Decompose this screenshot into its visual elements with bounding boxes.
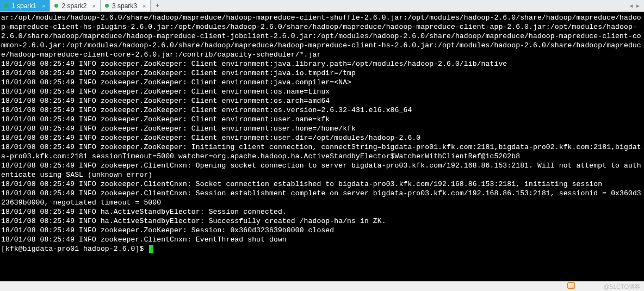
connection-status-icon [105, 4, 109, 8]
shell-prompt[interactable]: [kfk@bigdata-pro01 hadoop-2.6.0]$ [1, 244, 644, 253]
terminal-tab[interactable]: 2 spark2× [50, 0, 100, 11]
log-line: 18/01/08 08:25:49 INFO zookeeper.ZooKeep… [1, 143, 644, 161]
tab-add-button[interactable]: + [151, 0, 164, 11]
log-line: ar:/opt/modules/hadoop-2.6.0/share/hadoo… [1, 13, 644, 59]
log-line: 18/01/08 08:25:49 INFO zookeeper.ClientC… [1, 179, 644, 189]
log-line: 18/01/08 08:25:49 INFO zookeeper.ZooKeep… [1, 87, 644, 96]
tab-label: 2 spark2 [61, 2, 86, 10]
log-line: 18/01/08 08:25:49 INFO zookeeper.ZooKeep… [1, 78, 644, 87]
terminal-output[interactable]: ar:/opt/modules/hadoop-2.6.0/share/hadoo… [0, 12, 644, 281]
log-line: 18/01/08 08:25:49 INFO zookeeper.ZooKeep… [1, 96, 644, 106]
close-icon[interactable]: × [42, 3, 45, 9]
log-line: 18/01/08 08:25:49 INFO zookeeper.ZooKeep… [1, 133, 644, 143]
tab-label: 1 spark1 [11, 2, 36, 10]
terminal-tab[interactable]: 3 spark3× [101, 0, 151, 11]
log-line: 18/01/08 08:25:49 INFO zookeeper.ZooKeep… [1, 124, 644, 133]
tab-label: 3 spark3 [112, 2, 137, 10]
connection-status-icon [54, 4, 58, 8]
log-line: 18/01/08 08:25:49 INFO zookeeper.ZooKeep… [1, 115, 644, 124]
log-line: 18/01/08 08:25:49 INFO zookeeper.ZooKeep… [1, 226, 644, 235]
tab-spacer [164, 0, 625, 11]
close-icon[interactable]: × [92, 3, 96, 9]
prompt-text: [kfk@bigdata-pro01 hadoop-2.6.0]$ [1, 245, 148, 253]
log-line: 18/01/08 08:25:49 INFO zookeeper.ZooKeep… [1, 69, 644, 78]
log-line: 18/01/08 08:25:49 INFO zookeeper.ZooKeep… [1, 59, 644, 69]
log-line: 18/01/08 08:25:49 INFO ha.ActiveStandbyE… [1, 207, 644, 216]
connection-status-icon [4, 4, 8, 8]
cursor-icon [149, 245, 153, 253]
status-bar: @51CTO博客 [0, 281, 644, 291]
tab-nav-arrows[interactable]: ◄ ► [625, 0, 644, 11]
close-icon[interactable]: × [143, 3, 146, 9]
status-icon [567, 282, 575, 289]
terminal-tab[interactable]: 1 spark1× [0, 0, 50, 11]
log-line: 18/01/08 08:25:49 INFO zookeeper.ClientC… [1, 189, 644, 207]
log-line: 18/01/08 08:25:49 INFO zookeeper.ClientC… [1, 161, 644, 179]
status-right: @51CTO博客 [567, 282, 641, 291]
log-line: 18/01/08 08:25:49 INFO zookeeper.ZooKeep… [1, 106, 644, 115]
log-line: 18/01/08 08:25:49 INFO ha.ActiveStandbyE… [1, 216, 644, 226]
tab-bar: 1 spark1×2 spark2×3 spark3× + ◄ ► [0, 0, 644, 12]
watermark-text: @51CTO博客 [604, 283, 641, 290]
log-line: 18/01/08 08:25:49 INFO zookeeper.ClientC… [1, 235, 644, 244]
